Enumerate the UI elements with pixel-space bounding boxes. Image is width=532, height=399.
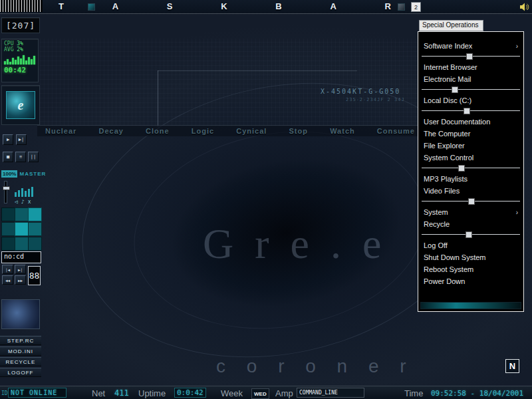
menu-item[interactable]: File Explorer ›	[418, 140, 523, 152]
popup-menu: Software Index › › Internet Browser › El…	[418, 31, 524, 312]
sidebar-item[interactable]: LOGOFF	[0, 368, 41, 377]
menu-item[interactable]: ›	[418, 197, 523, 206]
menu-item[interactable]: Local Disc (C:) ›	[418, 94, 523, 106]
taskbar-letter: A	[112, 1, 118, 11]
play-icon[interactable]: ▶	[3, 134, 13, 145]
grid-cell[interactable]	[28, 237, 42, 251]
menu-item[interactable]: Software Index ›	[418, 40, 523, 52]
menu-item[interactable]: Recycle ›	[418, 218, 523, 230]
taskbar-letter: B	[275, 1, 281, 11]
slider-thumb[interactable]	[466, 231, 472, 238]
slider-thumb[interactable]	[464, 108, 470, 114]
grid-cell[interactable]	[15, 237, 29, 251]
volume-panel: 100% MASTER ◁♪x	[1, 170, 40, 206]
cpu-graph-bar	[23, 55, 25, 65]
grid-cell[interactable]	[15, 222, 29, 236]
taskbar-letter: A	[330, 1, 336, 11]
grid-cell[interactable]	[1, 222, 15, 236]
cpu-graph-bar	[4, 61, 6, 65]
grid-cell[interactable]	[28, 222, 42, 236]
wallpaper-grid-texture	[40, 39, 426, 126]
time-value: 09:52:58 - 18/04/2001	[431, 386, 523, 399]
taskbar-mini-icon[interactable]	[88, 3, 95, 11]
menu-item[interactable]: The Computer ›	[418, 128, 523, 140]
system-monitor-panel: CPU 3% AVG 2% 00:42	[1, 39, 39, 82]
online-status-badge: NOT ONLINE	[8, 388, 66, 398]
next-icon[interactable]: ▶|	[16, 134, 27, 145]
e-logo-icon: e	[6, 91, 35, 119]
menu-item[interactable]: Power Down ›	[418, 275, 523, 287]
desktop-menu-item[interactable]: Cynical	[236, 127, 267, 135]
menu-item[interactable]: ›	[418, 106, 523, 116]
menu-item[interactable]: User Documentation ›	[418, 116, 523, 128]
menu-item[interactable]: ›	[418, 52, 523, 61]
sidebar-item[interactable]: STEP.RC	[0, 336, 41, 345]
speaker-icon[interactable]	[519, 2, 529, 15]
sidebar-item[interactable]: MOD.INI	[0, 346, 41, 356]
corner-n-button[interactable]: N	[505, 359, 519, 373]
uptime-label: Uptime	[138, 386, 166, 399]
menu-item[interactable]: System ›	[418, 206, 523, 218]
menu-item[interactable]: Internet Browser ›	[418, 61, 523, 73]
counter-display: [207]	[1, 17, 40, 33]
week-value-badge: WED	[251, 388, 269, 399]
desktop-menu-item[interactable]: Stop	[289, 127, 308, 135]
menu-item[interactable]: ›	[418, 230, 523, 239]
menu-item[interactable]: ›	[418, 164, 523, 173]
menu-item[interactable]: Shut Down System ›	[418, 251, 523, 263]
taskbar-letter: R	[385, 1, 391, 11]
slider-thumb[interactable]	[468, 198, 475, 205]
menu-item[interactable]: System Control ›	[418, 152, 523, 164]
eq-bar	[31, 187, 33, 197]
slider-thumb[interactable]	[452, 86, 458, 93]
volume-slider[interactable]	[4, 181, 7, 203]
cpu-value: 3%	[17, 41, 23, 47]
volume-slider-thumb[interactable]	[3, 186, 10, 190]
grid-cell[interactable]	[15, 207, 29, 221]
preview-thumbnail[interactable]	[1, 299, 40, 329]
menu-item[interactable]: MP3 Playlists ›	[418, 173, 523, 185]
grid-cell[interactable]	[1, 207, 15, 221]
grid-cell[interactable]	[28, 207, 42, 221]
volume-icons: ◁♪x	[15, 199, 31, 205]
taskbar-page-button[interactable]: 2	[411, 2, 421, 12]
command-line-input[interactable]	[297, 388, 364, 398]
hud-text-small: 235-2-234JF 2 34J	[346, 97, 405, 102]
menu-item[interactable]: ›	[418, 85, 523, 94]
grid-cell[interactable]	[1, 237, 15, 251]
mute-icon[interactable]: x	[28, 199, 31, 205]
desktop-menu-item[interactable]: Watch	[330, 127, 355, 135]
stop-icon[interactable]: ■	[3, 152, 13, 162]
speaker-icon[interactable]: ◁	[15, 199, 18, 205]
menu-item[interactable]: Electronic Mail ›	[418, 73, 523, 85]
time-label: Time	[404, 386, 423, 399]
prev-track-icon[interactable]: |◀	[2, 265, 13, 274]
playlist-icon[interactable]: ≡	[15, 152, 26, 162]
note-icon[interactable]: ♪	[21, 199, 25, 205]
shell-logo-button[interactable]: e	[1, 85, 40, 125]
pause-icon[interactable]: ||	[28, 152, 39, 162]
desktop-menu-item[interactable]: Logic	[192, 127, 214, 135]
desktop-menu-item[interactable]: Decay	[99, 127, 124, 135]
rewind-icon[interactable]: ◀◀	[2, 275, 13, 285]
cpu-graph	[4, 54, 36, 65]
menu-item[interactable]: Video Files ›	[418, 185, 523, 197]
slider-thumb[interactable]	[458, 165, 465, 172]
taskbar-mini-icon[interactable]	[398, 3, 405, 11]
next-track-icon[interactable]: ▶|	[15, 265, 26, 274]
menu-item[interactable]: Log Off ›	[418, 239, 523, 251]
equalizer-bars	[15, 185, 33, 197]
slider-thumb[interactable]	[466, 53, 473, 60]
sidebar-item[interactable]: RECYCLE	[0, 357, 41, 366]
cpu-graph-bar	[15, 60, 17, 65]
desktop-menu-item[interactable]: Consume	[377, 127, 415, 135]
menu-separator-slider	[422, 168, 520, 168]
taskbar-letter: S	[167, 1, 173, 11]
fast-forward-icon[interactable]: ▶▶	[15, 275, 26, 285]
cpu-graph-bar	[12, 58, 14, 65]
menu-item[interactable]: Reboot System ›	[418, 263, 523, 275]
desktop-menu-item[interactable]: Nuclear	[45, 127, 76, 135]
media-controls-row1: ▶▶|	[3, 134, 27, 145]
menu-separator-slider	[422, 201, 520, 201]
desktop-menu-item[interactable]: Clone	[146, 127, 170, 135]
